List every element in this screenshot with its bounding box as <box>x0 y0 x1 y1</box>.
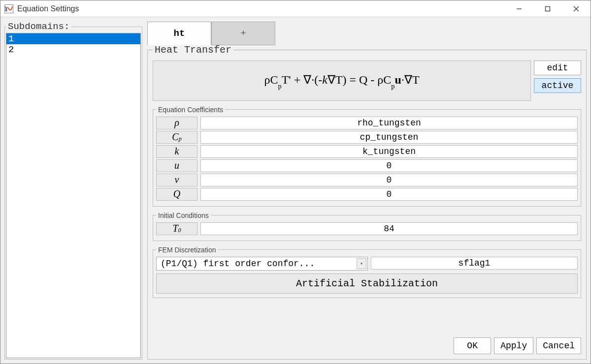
svg-rect-2 <box>546 6 550 11</box>
coeff-input-3[interactable] <box>200 159 578 172</box>
coeff-label-2: k <box>156 145 197 158</box>
subdomains-legend: Subdomains: <box>6 21 71 32</box>
tab-add[interactable]: + <box>211 22 275 45</box>
coeff-label-3: u <box>156 159 197 172</box>
chevron-down-icon: ▾ <box>357 258 366 269</box>
equation-coefficients-legend: Equation Coefficients <box>156 106 225 114</box>
coeff-input-4[interactable] <box>200 174 578 186</box>
list-item[interactable]: 2 <box>6 44 140 55</box>
ic-input-0[interactable] <box>200 222 578 235</box>
cancel-button[interactable]: Cancel <box>536 337 581 354</box>
fem-discretization-legend: FEM Discretization <box>156 246 218 254</box>
fem-order-select[interactable]: (P1/Q1) first order confor... ▾ <box>156 257 368 271</box>
ok-button[interactable]: OK <box>454 337 491 354</box>
subdomains-fieldset: Subdomains: 1 2 <box>4 21 142 360</box>
close-button[interactable] <box>562 0 591 17</box>
coeff-label-5: Q <box>156 188 197 201</box>
sflag-input[interactable] <box>371 257 578 270</box>
equation-coefficients-fieldset: Equation Coefficients ρCpkuvQ <box>153 106 581 207</box>
heat-transfer-legend: Heat Transfer <box>153 44 233 56</box>
minimize-button[interactable] <box>505 0 533 17</box>
edit-button[interactable]: edit <box>534 61 581 75</box>
fem-discretization-fieldset: FEM Discretization (P1/Q1) first order c… <box>153 246 581 298</box>
coeff-label-1: Cp <box>156 131 197 144</box>
apply-button[interactable]: Apply <box>494 337 533 354</box>
tab-ht[interactable]: ht <box>147 22 211 45</box>
coeff-input-1[interactable] <box>200 131 578 144</box>
initial-conditions-fieldset: Initial Conditions T0 <box>153 212 581 241</box>
coeff-input-0[interactable] <box>200 117 578 129</box>
maximize-button[interactable] <box>533 0 562 17</box>
coeff-input-2[interactable] <box>200 145 578 158</box>
app-icon <box>4 4 13 13</box>
list-item[interactable]: 1 <box>6 33 140 44</box>
ic-label-0: T0 <box>156 222 197 235</box>
window-title: Equation Settings <box>17 4 79 13</box>
active-toggle[interactable]: active <box>534 78 581 93</box>
heat-transfer-fieldset: Heat Transfer ρCpT' + ∇·(-k∇T) = Q - ρCp… <box>147 44 587 360</box>
subdomains-listbox[interactable]: 1 2 <box>6 33 141 358</box>
window-titlebar: Equation Settings <box>0 0 591 17</box>
artificial-stabilization-button[interactable]: Artificial Stabilization <box>156 273 578 294</box>
fem-order-value: (P1/Q1) first order confor... <box>161 259 315 269</box>
coeff-input-5[interactable] <box>200 188 578 201</box>
tab-bar: ht + <box>147 21 587 45</box>
coeff-label-4: v <box>156 174 197 186</box>
equation-display: ρCpT' + ∇·(-k∇T) = Q - ρCpu·∇T <box>153 61 531 101</box>
initial-conditions-legend: Initial Conditions <box>156 212 211 219</box>
coeff-label-0: ρ <box>156 117 197 129</box>
